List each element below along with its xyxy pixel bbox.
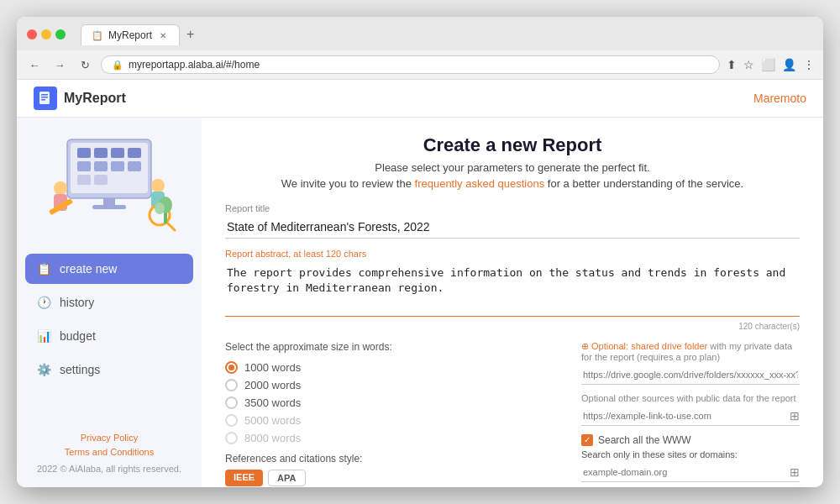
menu-icon[interactable]: ⋮ [803, 58, 815, 71]
terms-link[interactable]: Terms and Conditions [30, 445, 188, 460]
optional-drive-link[interactable]: Optional: shared drive folder [591, 341, 707, 351]
radio-2000[interactable] [225, 379, 238, 391]
fullscreen-button[interactable] [55, 29, 66, 39]
svg-rect-10 [77, 161, 91, 171]
history-icon: 🕐 [37, 296, 51, 309]
sidebar-item-budget-label: budget [60, 329, 96, 343]
svg-rect-1 [41, 94, 48, 96]
sidebar-item-history[interactable]: 🕐 history [25, 287, 193, 318]
sources-url-input[interactable] [581, 409, 790, 423]
form-col-left: Select the approximate size in words: 10… [225, 341, 564, 487]
sidebar-item-settings-label: settings [60, 363, 100, 376]
radio-1000[interactable] [225, 361, 238, 374]
radio-8000 [225, 432, 238, 444]
page-subtitle: Please select your parameters to generat… [225, 161, 800, 174]
main-content: Create a new Report Please select your p… [202, 118, 823, 487]
subtitle-text: Please select your parameters to generat… [375, 161, 649, 174]
profile-icon[interactable]: 👤 [782, 58, 796, 71]
size-option-5000: 5000 words [225, 414, 564, 427]
settings-icon: ⚙️ [37, 363, 51, 376]
sidebar-item-create-new-label: create new [60, 262, 117, 276]
search-www-row[interactable]: ✓ Search all the WWW [581, 434, 800, 446]
radio-3500[interactable] [225, 396, 238, 409]
sidebar-item-history-label: history [60, 296, 94, 309]
sidebar-item-create-new[interactable]: 📋 create new [25, 254, 193, 284]
browser-chrome: 📋 MyReport ✕ + [17, 17, 823, 50]
svg-rect-2 [41, 97, 48, 98]
sidebar-item-settings[interactable]: ⚙️ settings [25, 354, 193, 385]
page-title: Create a new Report [225, 134, 800, 156]
abstract-field: Report abstract, at least 120 chars The … [225, 249, 800, 331]
optional-sources-section: Optional other sources with public data … [581, 393, 800, 426]
domains-label: Search only in these sites or domains: [581, 449, 800, 459]
optional-sources-label: Optional other sources with public data … [581, 393, 800, 403]
abstract-input[interactable]: The report provides comprehensive inform… [225, 261, 800, 317]
share-icon[interactable]: ⬆ [727, 58, 737, 71]
sidebar-item-budget[interactable]: 📊 budget [25, 321, 193, 351]
tab-close-button[interactable]: ✕ [157, 29, 169, 41]
sidebar-footer: Privacy Policy Terms and Conditions 2022… [17, 417, 202, 487]
citation-ieee[interactable]: IEEE [225, 470, 263, 486]
create-new-icon: 📋 [37, 262, 51, 276]
bookmark-icon[interactable]: ☆ [743, 58, 754, 71]
faq-link[interactable]: frequently asked questions [415, 177, 545, 190]
url-text: myreportapp.alaba.ai/#/home [129, 59, 260, 71]
user-name: Maremoto [753, 92, 806, 105]
titlebar: 📋 MyReport ✕ + [27, 24, 813, 45]
optional-drive-section: ⊕ Optional: shared drive folder with my … [581, 341, 800, 385]
lock-icon: 🔒 [112, 60, 123, 71]
report-title-input[interactable] [225, 216, 800, 239]
close-button[interactable] [27, 29, 37, 39]
citation-badges: IEEE APA [225, 470, 564, 486]
references-section: References and citations style: IEEE APA [225, 453, 564, 486]
sidebar: 📋 create new 🕐 history 📊 budget ⚙️ [17, 118, 202, 487]
active-tab[interactable]: 📋 MyReport ✕ [81, 24, 180, 45]
search-www-checkbox[interactable]: ✓ [581, 434, 593, 446]
domains-section: Search only in these sites or domains: ⊞ [581, 449, 800, 482]
svg-line-23 [167, 223, 175, 230]
sidebar-illustration [17, 118, 202, 254]
add-domain-icon[interactable]: ⊞ [790, 465, 800, 479]
form-section: Report title Report abstract, at least 1… [225, 203, 800, 487]
char-count: 120 character(s) [225, 322, 800, 331]
optional-drive-label: ⊕ Optional: shared drive folder with my … [581, 341, 800, 362]
app-logo: MyReport [34, 87, 126, 110]
toolbar-actions: ⬆ ☆ ⬜ 👤 ⋮ [727, 58, 815, 71]
size-option-3500[interactable]: 3500 words [225, 396, 564, 409]
size-label-3500: 3500 words [244, 396, 301, 409]
svg-point-27 [155, 202, 165, 214]
svg-rect-8 [111, 148, 124, 158]
forward-button[interactable]: → [50, 55, 69, 74]
tab-overview-icon[interactable]: ⬜ [761, 58, 775, 71]
svg-rect-14 [77, 175, 91, 185]
new-tab-button[interactable]: + [180, 24, 201, 45]
svg-rect-6 [77, 148, 91, 158]
size-option-2000[interactable]: 2000 words [225, 379, 564, 391]
back-button[interactable]: ← [25, 55, 44, 74]
drive-url-input[interactable] [581, 368, 800, 381]
tab-title: MyReport [108, 29, 152, 41]
search-www-label: Search all the WWW [598, 434, 691, 446]
address-bar[interactable]: 🔒 myreportapp.alaba.ai/#/home [101, 55, 720, 74]
tab-bar: 📋 MyReport ✕ + [81, 24, 201, 45]
refresh-button[interactable]: ↻ [76, 55, 94, 74]
add-source-icon[interactable]: ⊞ [790, 409, 800, 423]
svg-rect-7 [94, 148, 108, 158]
logo-text: MyReport [64, 91, 126, 106]
tab-favicon: 📋 [92, 30, 103, 41]
citation-apa[interactable]: APA [268, 470, 305, 486]
privacy-policy-link[interactable]: Privacy Policy [30, 431, 188, 446]
size-label-2000: 2000 words [244, 379, 301, 391]
sources-url-row: ⊞ [581, 407, 800, 426]
svg-rect-11 [94, 161, 108, 171]
minimize-button[interactable] [41, 29, 51, 39]
drive-url-row [581, 365, 800, 385]
size-option-1000[interactable]: 1000 words [225, 361, 564, 374]
app-header: MyReport Maremoto [17, 80, 823, 118]
form-col-right: ⊕ Optional: shared drive folder with my … [581, 341, 800, 487]
domains-input[interactable] [581, 465, 790, 479]
browser-toolbar: ← → ↻ 🔒 myreportapp.alaba.ai/#/home ⬆ ☆ … [17, 50, 823, 80]
svg-point-18 [54, 181, 67, 195]
size-label-8000: 8000 words [244, 432, 301, 444]
sidebar-nav: 📋 create new 🕐 history 📊 budget ⚙️ [17, 254, 202, 417]
